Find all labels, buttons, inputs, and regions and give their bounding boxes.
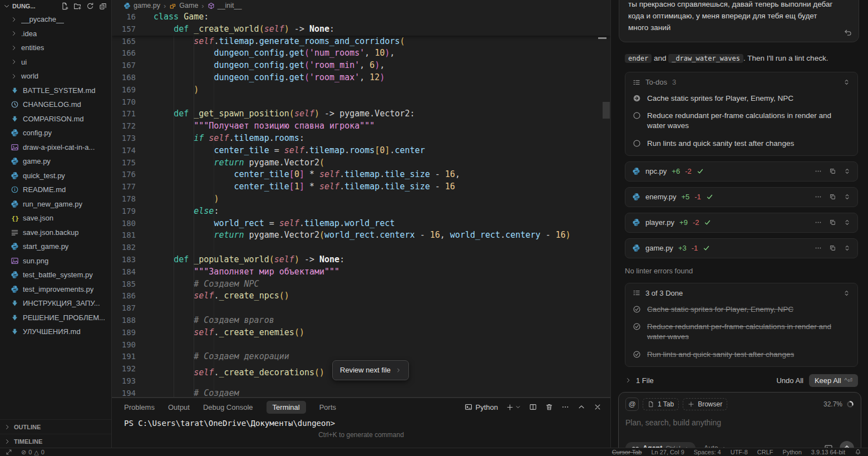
explorer-file-item[interactable]: УЛУЧШЕНИЯ.md [0,325,111,339]
more-actions-icon[interactable] [561,403,569,411]
breadcrumb[interactable]: game.py›Game›__init__ [112,0,610,11]
code-line[interactable]: 180 world_rect = self.tilemap.world_rect [112,218,610,230]
explorer-file-item[interactable]: CHANGELOG.md [0,97,111,112]
copy-icon[interactable] [829,219,836,226]
explorer-file-item[interactable]: {}save.json [0,211,111,225]
remote-indicator-icon[interactable] [6,449,12,455]
changed-file-chip[interactable]: enemy.py+5-1 [625,187,858,207]
collapse-all-icon[interactable] [99,2,107,10]
code-line[interactable]: 179 else: [112,205,610,218]
code-line[interactable]: 168 dungeon_config.get('room_max', 12) [112,72,610,84]
explorer-file-item[interactable]: start_game.py [0,239,111,254]
undo-all-button[interactable]: Undo All [776,376,803,385]
code-line[interactable]: 189 self._create_enemies() [112,327,610,339]
explorer-file-item[interactable]: config.py [0,126,111,140]
outline-section-header[interactable]: OUTLINE [0,419,111,434]
editor-scrollbar[interactable] [603,102,610,119]
code-line[interactable]: 182 [112,242,610,254]
kill-terminal-icon[interactable] [545,403,553,411]
restore-checkpoint-icon[interactable] [844,28,852,37]
code-line[interactable]: 177 center_tile[1] * self.tilemap.tile_s… [112,181,610,193]
panel-tab-debug-console[interactable]: Debug Console [203,403,253,411]
copy-icon[interactable] [829,193,836,200]
panel-tab-output[interactable]: Output [168,403,190,411]
code-line[interactable]: 178 ) [112,193,610,205]
explorer-file-item[interactable]: save.json.backup [0,225,111,240]
todo-item[interactable]: Cache static sprites for Player, Enemy, … [633,305,850,315]
explorer-folder-item[interactable]: entities [0,41,111,55]
explorer-file-item[interactable]: РЕШЕНИЕ_ПРОБЛЕМ... [0,311,111,325]
timeline-section-header[interactable]: TIMELINE [0,434,111,448]
add-context-button[interactable]: @ [625,398,639,411]
breadcrumb-item[interactable]: __init__ [218,2,242,9]
send-button[interactable] [840,441,854,448]
expand-collapse-icon[interactable] [843,79,850,86]
terminal-prompt[interactable]: PS C:\Users\tarat\OneDrive\Документы\dun… [112,419,610,428]
explorer-file-item[interactable]: ИНСТРУКЦИЯ_ЗАПУ... [0,296,111,311]
code-line[interactable]: 188 # Создаем врагов [112,315,610,327]
explorer-file-item[interactable]: draw-a-pixel-cat-in-a... [0,140,111,155]
todo-item[interactable]: Run lints and quick sanity test after ch… [633,139,850,149]
code-line[interactable]: 192 self._create_decorations()Review nex… [112,363,610,375]
code-line[interactable]: 167 dungeon_config.get('room_min', 6), [112,60,610,72]
expand-collapse-icon[interactable] [844,244,851,252]
code-line[interactable]: 165 self.tilemap.generate_rooms_and_corr… [112,36,610,48]
code-line[interactable]: 186 self._create_npcs() [112,290,610,302]
explorer-file-item[interactable]: game.py [0,154,111,169]
files-count-label[interactable]: 1 File [636,376,654,385]
explorer-folder-item[interactable]: .idea [0,27,111,41]
chat-input-placeholder[interactable]: Plan, search, build anything [625,418,854,427]
refresh-explorer-icon[interactable] [86,2,94,10]
split-terminal-icon[interactable] [529,403,537,411]
explorer-file-item[interactable]: README.md [0,183,111,197]
tab-context-chip[interactable]: 1 Tab [643,398,679,410]
code-line[interactable]: 184 """Заполняет мир объектами""" [112,266,610,278]
panel-tab-ports[interactable]: Ports [319,403,336,411]
explorer-file-item[interactable]: COMPARISON.md [0,112,111,126]
explorer-file-item[interactable]: quick_test.py [0,169,111,183]
code-line[interactable]: 171 def _get_spawn_position(self) -> pyg… [112,108,610,120]
done-todos-header[interactable]: 3 of 3 Done [633,289,850,297]
chevron-right-icon[interactable] [625,377,632,384]
more-actions-icon[interactable] [815,193,822,200]
explorer-file-item[interactable]: test_improvements.py [0,282,111,297]
todo-item[interactable]: Run lints and quick sanity test after ch… [633,350,850,360]
language-status[interactable]: Python [783,449,802,455]
code-line[interactable]: 181 return pygame.Vector2(world_rect.cen… [112,229,610,242]
code-line[interactable]: 183 def _populate_world(self) -> None: [112,254,610,266]
problems-status[interactable]: ⊘ 0 △ 0 [21,449,45,456]
new-folder-icon[interactable] [73,2,81,10]
expand-collapse-icon[interactable] [844,219,851,226]
code-line[interactable]: 173 if self.tilemap.rooms: [112,133,610,145]
code-line[interactable]: 169 ) [112,84,610,96]
copy-icon[interactable] [829,168,836,175]
keep-all-button[interactable]: Keep All ^⏎ [809,374,858,387]
code-line[interactable]: 176 center_tile[0] * self.tilemap.tile_s… [112,169,610,181]
code-editor[interactable]: 16class Game:157 def _create_world(self)… [112,11,610,398]
explorer-file-item[interactable]: BATTLE_SYSTEM.md [0,84,111,98]
panel-tab-terminal[interactable]: Terminal [267,401,306,414]
explorer-file-item[interactable]: test_battle_system.py [0,268,111,282]
more-actions-icon[interactable] [815,168,822,175]
expand-collapse-icon[interactable] [843,290,850,297]
more-actions-icon[interactable] [815,244,822,252]
explorer-folder-item[interactable]: __pycache__ [0,12,111,27]
todo-item[interactable]: Reduce redundant per-frame calculations … [633,111,850,131]
todo-item[interactable]: Reduce redundant per-frame calculations … [633,322,850,342]
close-panel-icon[interactable] [594,403,601,411]
indentation-status[interactable]: Spaces: 4 [694,449,721,455]
more-actions-icon[interactable] [815,219,822,226]
maximize-panel-icon[interactable] [578,403,585,411]
explorer-folder-item[interactable]: world [0,69,111,84]
changed-file-chip[interactable]: npc.py+6-2 [625,161,858,182]
code-line[interactable]: 174 center_tile = self.tilemap.rooms[0].… [112,145,610,157]
review-next-file-button[interactable]: Review next file [332,360,409,380]
panel-tab-problems[interactable]: Problems [124,403,155,411]
copy-icon[interactable] [829,244,836,252]
explorer-folder-item[interactable]: ui [0,55,111,70]
new-file-icon[interactable] [61,2,68,10]
code-line[interactable]: 175 return pygame.Vector2( [112,157,610,169]
encoding-status[interactable]: UTF-8 [731,449,748,455]
explorer-file-item[interactable]: run_new_game.py [0,197,111,212]
code-line[interactable]: 172 """Получает позицию спавна игрока""" [112,120,610,133]
